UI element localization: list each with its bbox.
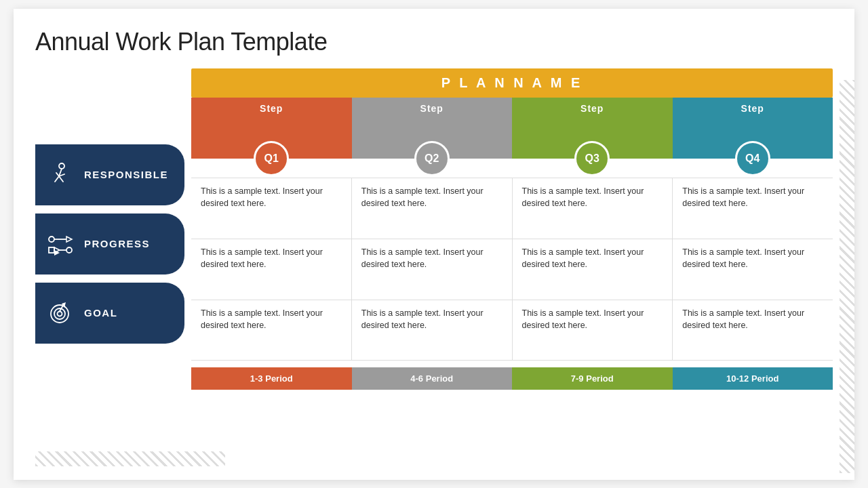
svg-line-4 <box>56 173 59 176</box>
progress-icon <box>45 228 76 260</box>
responsible-cell-4: This is a sample text. Insert your desir… <box>673 178 833 239</box>
progress-cell-4: This is a sample text. Insert your desir… <box>673 239 833 300</box>
progress-cell-3: This is a sample text. Insert your desir… <box>513 239 673 300</box>
goal-cell-2: This is a sample text. Insert your desir… <box>352 300 513 360</box>
step-1-label: Step <box>260 103 283 114</box>
goal-data-row: This is a sample text. Insert your desir… <box>191 300 833 361</box>
slide: Annual Work Plan Template RESPONS <box>14 9 854 480</box>
period-2: 4-6 Period <box>352 367 513 390</box>
responsible-icon <box>45 159 76 190</box>
svg-point-14 <box>51 305 68 323</box>
responsible-cell-2: This is a sample text. Insert your desir… <box>352 178 513 239</box>
svg-point-6 <box>49 237 54 242</box>
goal-cell-4: This is a sample text. Insert your desir… <box>673 300 833 360</box>
plan-name-header: P L A N N A M E <box>191 68 833 98</box>
svg-rect-9 <box>49 247 54 253</box>
responsible-cell-3: This is a sample text. Insert your desir… <box>513 178 673 239</box>
stripe-decoration-right <box>840 80 854 473</box>
label-progress: PROGRESS <box>35 214 184 274</box>
goal-cell-1: This is a sample text. Insert your desir… <box>191 300 352 360</box>
step-col-3: Step Q3 <box>512 98 673 159</box>
svg-marker-11 <box>54 247 60 253</box>
table-area: P L A N N A M E Step Q1 Step Q2 Step Q3 … <box>191 68 833 390</box>
period-3: 7-9 Period <box>512 367 673 390</box>
goal-icon <box>45 298 76 329</box>
responsible-label: RESPONSIBLE <box>84 169 168 180</box>
step-4-circle: Q4 <box>735 141 770 176</box>
step-2-label: Step <box>420 103 443 114</box>
goal-cell-3: This is a sample text. Insert your desir… <box>513 300 673 360</box>
stripe-decoration-bottom <box>35 451 225 466</box>
svg-line-2 <box>55 176 59 182</box>
step-4-label: Step <box>741 103 764 114</box>
step-1-circle: Q1 <box>254 141 289 176</box>
svg-marker-7 <box>66 237 72 242</box>
progress-cell-2: This is a sample text. Insert your desir… <box>352 239 513 300</box>
step-col-1: Step Q1 <box>191 98 352 159</box>
labels-column: RESPONSIBLE PR <box>35 144 184 390</box>
svg-line-3 <box>59 176 63 182</box>
progress-data-row: This is a sample text. Insert your desir… <box>191 239 833 300</box>
period-4: 10-12 Period <box>673 367 833 390</box>
step-3-circle: Q3 <box>574 141 610 176</box>
svg-point-12 <box>66 247 72 253</box>
svg-point-16 <box>58 311 62 316</box>
step-3-label: Step <box>580 103 604 114</box>
svg-point-0 <box>59 163 64 169</box>
label-goal: GOAL <box>35 283 184 344</box>
step-2-circle: Q2 <box>414 141 450 176</box>
page-title: Annual Work Plan Template <box>35 28 833 56</box>
step-col-4: Step Q4 <box>673 98 833 159</box>
responsible-data-row: This is a sample text. Insert your desir… <box>191 178 833 239</box>
label-responsible: RESPONSIBLE <box>35 144 184 205</box>
period-1: 1-3 Period <box>191 367 352 390</box>
progress-label: PROGRESS <box>84 238 150 249</box>
data-section: This is a sample text. Insert your desir… <box>191 178 833 361</box>
progress-cell-1: This is a sample text. Insert your desir… <box>191 239 352 300</box>
step-col-2: Step Q2 <box>352 98 513 159</box>
goal-label: GOAL <box>84 307 117 319</box>
steps-row: Step Q1 Step Q2 Step Q3 Step Q4 <box>191 98 833 159</box>
responsible-cell-1: This is a sample text. Insert your desir… <box>191 178 352 239</box>
main-content: RESPONSIBLE PR <box>35 68 833 390</box>
period-row: 1-3 Period 4-6 Period 7-9 Period 10-12 P… <box>191 367 833 390</box>
